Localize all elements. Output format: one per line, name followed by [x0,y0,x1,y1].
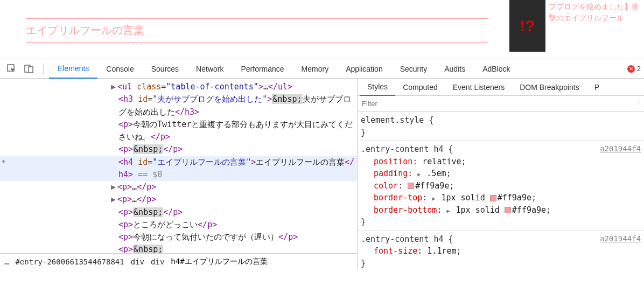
dom-node[interactable]: <h3 id="夫がサブブログを始め出した">&nbsp;夫がサブブログを始め出… [0,93,357,118]
dom-node[interactable]: <p>&nbsp;</p> [0,206,357,219]
breadcrumb-item[interactable]: #entry-26006613544678841 [15,257,124,266]
styles-tab-dom-breakpoints[interactable]: DOM Breakpoints [512,79,586,96]
devtools-tabbar: ElementsConsoleSourcesNetworkPerformance… [0,59,644,79]
exclamation-icon: !? [520,17,535,35]
styles-tab-p[interactable]: P [587,79,607,96]
styles-tab-event-listeners[interactable]: Event Listeners [445,79,513,96]
dom-node[interactable]: ▶<p>…</p> [0,181,357,193]
devtools-panels: ▶<ul class="table-of-contents">…</ul><h3… [0,79,644,269]
device-toggle-icon[interactable] [23,63,35,75]
devtools-tab-memory[interactable]: Memory [293,59,338,79]
breadcrumb-item[interactable]: h4#エイプリルフールの言葉 [171,257,267,267]
styles-filter-input[interactable] [362,100,638,108]
css-declaration[interactable]: color: #ff9a9e; [361,180,641,192]
css-declaration[interactable]: border-top: ▶ 1px solid #ff9a9e; [361,192,641,204]
breadcrumb-item[interactable]: div [131,257,144,266]
dom-tree[interactable]: ▶<ul class="table-of-contents">…</ul><h3… [0,79,357,253]
sidebar-widget[interactable]: !? ブブログを始めました】衝撃のエイプリルフール [509,0,644,52]
styles-tab-styles[interactable]: Styles [360,79,395,96]
style-rule[interactable]: element.style {} [358,112,644,141]
devtools-tab-adblock[interactable]: AdBlock [474,59,519,79]
error-count: 2 [637,65,641,73]
sidebar-link-text: ブブログを始めました】衝撃のエイプリルフール [545,0,644,52]
inspect-icon[interactable] [6,63,18,75]
styles-panel: StylesComputedEvent ListenersDOM Breakpo… [358,79,644,269]
heading-border: エイプリルフールの言葉 [26,18,488,43]
heading-container: エイプリルフールの言葉 [26,18,488,43]
dom-node[interactable]: <p>今朝になって気付いたのですが（遅い）</p> [0,231,357,243]
style-rules[interactable]: element.style {}.entry-content h4 {a2019… [358,112,644,269]
devtools-tab-security[interactable]: Security [391,59,436,79]
devtools-tabs: ElementsConsoleSourcesNetworkPerformance… [49,59,519,79]
filter-hover-icon[interactable]: : [638,100,640,108]
error-icon: ✕ [627,65,635,73]
devtools-tab-elements[interactable]: Elements [49,59,97,79]
dom-node[interactable]: ▶<ul class="table-of-contents">…</ul> [0,81,357,93]
dom-node[interactable]: <p>ところがどっこい</p> [0,219,357,231]
css-declaration[interactable]: padding: ▶ .5em; [361,168,641,180]
devtools-tab-console[interactable]: Console [97,59,142,79]
rule-source-link[interactable]: a201944f4 [600,143,641,155]
styles-tab-computed[interactable]: Computed [395,79,445,96]
breadcrumb-item[interactable]: div [151,257,164,266]
page-heading: エイプリルフールの言葉 [26,23,488,38]
dom-node[interactable]: ▶<p>…</p> [0,193,357,206]
css-declaration[interactable]: position: relative; [361,156,641,168]
svg-rect-2 [29,67,33,73]
css-declaration[interactable]: font-size: 1.1rem; [361,245,641,257]
sidebar-thumbnail: !? [509,0,545,52]
dom-node[interactable]: <p>&nbsp; [0,243,357,253]
style-rule[interactable]: .entry-content h4 {a201944f4position: re… [358,141,644,231]
page-preview: エイプリルフールの言葉 !? ブブログを始めました】衝撃のエイプリルフール [0,0,644,59]
breadcrumb[interactable]: …#entry-26006613544678841divdivh4#エイプリルフ… [0,253,357,269]
devtools-tab-performance[interactable]: Performance [232,59,292,79]
devtools-tab-network[interactable]: Network [187,59,232,79]
separator [43,64,44,74]
style-rule[interactable]: .entry-content h4 {a201944f4font-size: 1… [358,231,644,270]
dom-node[interactable]: <p>&nbsp;</p> [0,143,357,156]
devtools-tab-application[interactable]: Application [337,59,391,79]
devtools-tab-audits[interactable]: Audits [436,59,474,79]
breadcrumb-item[interactable]: … [4,257,9,266]
styles-tabs: StylesComputedEvent ListenersDOM Breakpo… [358,79,644,96]
filter-row: : [358,96,644,112]
dom-node[interactable]: <p>今朝のTwitterと重複する部分もありますが大目にみてくださいね。</p… [0,118,357,144]
css-declaration[interactable]: border-bottom: ▶ 1px solid #ff9a9e; [361,204,641,217]
rule-source-link[interactable]: a201944f4 [600,233,641,245]
dom-node[interactable]: •<h4 id="エイプリルフールの言葉">エイプリルフールの言葉</h4> =… [0,156,357,182]
error-indicator[interactable]: ✕ 2 [627,65,641,73]
elements-panel: ▶<ul class="table-of-contents">…</ul><h3… [0,79,358,269]
devtools-tab-sources[interactable]: Sources [143,59,187,79]
